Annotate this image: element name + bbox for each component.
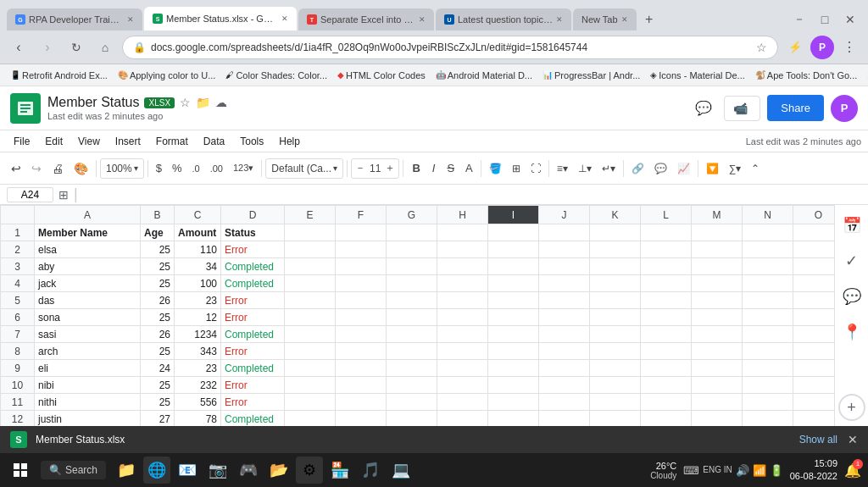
empty-cell[interactable] [285, 275, 336, 292]
empty-cell[interactable] [641, 411, 692, 428]
col-header-l[interactable]: L [641, 206, 692, 224]
empty-cell[interactable] [641, 309, 692, 326]
menu-format[interactable]: Format [149, 133, 195, 150]
empty-cell[interactable] [641, 326, 692, 343]
empty-cell[interactable] [539, 258, 590, 275]
empty-cell[interactable] [743, 411, 793, 428]
empty-cell[interactable] [488, 326, 539, 343]
menu-help[interactable]: Help [272, 133, 307, 150]
cell-c[interactable]: 78 [175, 411, 221, 428]
sidebar-maps-icon[interactable]: 📍 [838, 318, 865, 346]
empty-cell[interactable] [692, 343, 743, 360]
cell-b[interactable]: 27 [141, 411, 175, 428]
table-row[interactable]: 6sona2512Error [1, 309, 835, 326]
formula-input[interactable] [83, 189, 861, 201]
empty-cell[interactable] [539, 411, 590, 428]
print-button[interactable]: 🖨 [47, 158, 68, 180]
taskbar-language[interactable]: ENG IN [703, 465, 732, 475]
empty-cell[interactable] [743, 309, 793, 326]
empty-cell[interactable] [437, 258, 488, 275]
empty-cell[interactable] [539, 224, 590, 241]
cell-d[interactable]: Completed [221, 411, 285, 428]
menu-data[interactable]: Data [197, 133, 231, 150]
reload-button[interactable]: ↻ [64, 36, 88, 59]
chrome-menu-icon[interactable]: ⋮ [837, 36, 861, 59]
empty-cell[interactable] [437, 309, 488, 326]
cell-b[interactable]: 25 [141, 309, 175, 326]
empty-cell[interactable] [590, 360, 641, 377]
empty-cell[interactable] [692, 224, 743, 241]
tab-close-rpa[interactable]: ✕ [127, 15, 134, 24]
empty-cell[interactable] [437, 360, 488, 377]
table-row[interactable]: 2elsa25110Error [1, 241, 835, 258]
bookmark-html-colors[interactable]: ◆ HTML Color Codes [334, 69, 429, 82]
align-v-button[interactable]: ⊥▾ [574, 158, 596, 180]
empty-cell[interactable] [590, 377, 641, 394]
cell-b[interactable]: 25 [141, 241, 175, 258]
notification-center-icon[interactable]: 🔔 1 [844, 462, 861, 479]
empty-cell[interactable] [692, 360, 743, 377]
empty-cell[interactable] [539, 377, 590, 394]
cell-c[interactable]: 23 [175, 360, 221, 377]
empty-cell[interactable] [285, 258, 336, 275]
sidebar-add-icon[interactable]: + [838, 394, 865, 421]
empty-cell[interactable] [692, 292, 743, 309]
empty-cell[interactable] [793, 343, 835, 360]
font-size-inc-icon[interactable]: ＋ [385, 161, 395, 175]
empty-cell[interactable] [336, 377, 387, 394]
empty-cell[interactable] [641, 275, 692, 292]
empty-cell[interactable] [692, 394, 743, 411]
table-row[interactable]: 8arch25343Error [1, 343, 835, 360]
extensions-icon[interactable]: ⚡ [783, 36, 807, 59]
bookmark-color-shades[interactable]: 🖌 Color Shades: Color... [222, 69, 331, 82]
col-header-a[interactable]: A [35, 206, 141, 224]
empty-cell[interactable] [488, 360, 539, 377]
col-header-k[interactable]: K [590, 206, 641, 224]
empty-cell[interactable] [539, 360, 590, 377]
empty-cell[interactable] [590, 309, 641, 326]
empty-cell[interactable] [743, 224, 793, 241]
sheet-grid[interactable]: A B C D E F G H I J K L M N O [0, 205, 834, 428]
cell-d[interactable]: Error [221, 292, 285, 309]
col-header-i[interactable]: I [488, 206, 539, 224]
empty-cell[interactable] [285, 360, 336, 377]
empty-cell[interactable] [285, 309, 336, 326]
insert-chart-button[interactable]: 📈 [673, 158, 694, 180]
empty-cell[interactable] [387, 377, 437, 394]
empty-cell[interactable] [539, 292, 590, 309]
menu-edit[interactable]: Edit [38, 133, 70, 150]
empty-cell[interactable] [387, 224, 437, 241]
bookmark-progressbar[interactable]: 📊 ProgressBar | Andr... [539, 69, 643, 82]
menu-view[interactable]: View [71, 133, 107, 150]
empty-cell[interactable] [793, 326, 835, 343]
cell-d[interactable]: Completed [221, 275, 285, 292]
new-tab-button[interactable]: + [638, 8, 660, 30]
meet-button[interactable]: 📹 [724, 96, 760, 121]
redo-button[interactable]: ↪ [27, 158, 46, 180]
tab-separate-excel[interactable]: T Separate Excel into multiple... ✕ [298, 8, 434, 30]
empty-cell[interactable] [743, 241, 793, 258]
strikethrough-button[interactable]: S [442, 158, 459, 180]
taskbar-camera-app[interactable]: 📷 [204, 457, 231, 484]
italic-button[interactable]: I [427, 158, 441, 180]
empty-cell[interactable] [743, 377, 793, 394]
taskbar-chrome-app[interactable]: ⚙ [296, 457, 323, 484]
empty-cell[interactable] [387, 309, 437, 326]
more-bookmarks[interactable]: » [864, 67, 868, 83]
col-header-h[interactable]: H [437, 206, 488, 224]
empty-cell[interactable] [641, 377, 692, 394]
decimal-inc-button[interactable]: .00 [206, 158, 227, 180]
share-button[interactable]: Share [767, 95, 824, 121]
formula-expand-icon[interactable]: ⊞ [58, 188, 69, 202]
table-row[interactable]: 3aby2534Completed [1, 258, 835, 275]
empty-cell[interactable] [437, 326, 488, 343]
empty-cell[interactable] [692, 309, 743, 326]
empty-cell[interactable] [590, 224, 641, 241]
col-header-f[interactable]: F [336, 206, 387, 224]
cell-a[interactable]: arch [35, 343, 141, 360]
cell-b[interactable]: 25 [141, 377, 175, 394]
cell-d[interactable]: Error [221, 377, 285, 394]
empty-cell[interactable] [336, 309, 387, 326]
empty-cell[interactable] [437, 275, 488, 292]
menu-insert[interactable]: Insert [108, 133, 147, 150]
